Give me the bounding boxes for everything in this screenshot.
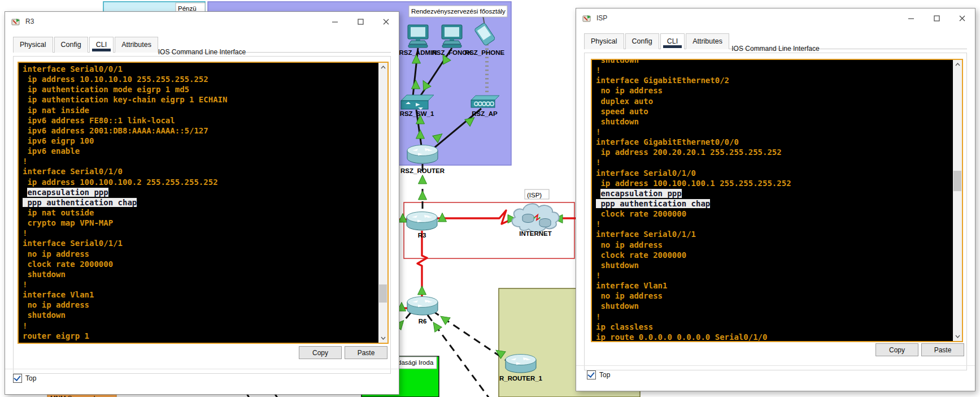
terminal-line: shutdown — [596, 301, 953, 311]
terminal-line: encapsulation ppp — [23, 187, 378, 197]
device-label-internet: INTERNET — [519, 230, 552, 237]
top-checkbox[interactable]: Top — [587, 370, 610, 379]
terminal-line: ppp authentication chap — [596, 198, 953, 209]
device-rsz_router-router-icon[interactable] — [407, 145, 438, 164]
terminal-line: ip address 100.100.100.1 255.255.255.252 — [596, 178, 953, 188]
terminal-line: ip authentication key-chain eigrp 1 ECHA… — [23, 94, 378, 105]
scroll-up-icon[interactable] — [953, 60, 962, 69]
terminal-line: encapsulation ppp — [596, 188, 953, 198]
copy-button[interactable]: Copy — [876, 343, 918, 356]
device-label-rsz_router: RSZ_ROUTER — [400, 167, 445, 174]
terminal-line: interface Serial0/1/1 — [596, 229, 953, 239]
device-label-r_router_1: R_ROUTER_1 — [499, 375, 543, 382]
terminal-line: ip address 10.10.10.10 255.255.255.252 — [23, 74, 378, 84]
terminal-line: ! — [23, 228, 378, 238]
isp-terminal-scrollbar[interactable] — [953, 60, 962, 341]
terminal-line: ip route 0.0.0.0 0.0.0.0 Serial0/1/0 — [596, 332, 953, 341]
terminal-line: interface Serial0/1/0 — [23, 166, 378, 176]
device-label-r3: R3 — [418, 232, 426, 239]
terminal-line: shutdown — [23, 269, 378, 279]
isp-terminal-output[interactable]: shutdown!interface GigabitEthernet0/2 no… — [592, 60, 953, 341]
selected-terminal-text: encapsulation ppp — [27, 188, 108, 197]
terminal-line: ! — [23, 156, 378, 166]
terminal-line: crypto map VPN-MAP — [23, 218, 378, 228]
terminal-line: ip classless — [596, 322, 953, 332]
scroll-up-icon[interactable] — [378, 63, 387, 72]
r3-terminal-output[interactable]: interface Serial0/0/1 ip address 10.10.1… — [19, 63, 378, 343]
device-r3-router-icon[interactable] — [407, 212, 437, 231]
device-label-rsz_phone: RSZ_PHONE — [465, 49, 505, 56]
terminal-line: ! — [596, 127, 953, 137]
paste-button[interactable]: Paste — [345, 346, 387, 359]
selected-terminal-text: encapsulation ppp — [600, 189, 681, 198]
terminal-line: no ip address — [596, 240, 953, 250]
terminal-line: interface Vlan1 — [596, 281, 953, 291]
terminal-line: ! — [596, 312, 953, 322]
terminal-line: ip address 100.100.100.2 255.255.255.252 — [23, 177, 378, 187]
terminal-line: no ip address — [596, 291, 953, 301]
terminal-line: router eigrp 1 — [23, 331, 378, 341]
r3-terminal[interactable]: interface Serial0/0/1 ip address 10.10.1… — [18, 62, 389, 344]
isp-terminal[interactable]: shutdown!interface GigabitEthernet0/2 no… — [591, 59, 963, 342]
terminal-line: shutdown — [596, 116, 953, 127]
checkbox-checked-icon[interactable] — [13, 374, 22, 383]
isp-titlebar[interactable]: ISP — [576, 8, 975, 28]
packet-tracer-app-icon — [582, 14, 592, 23]
device-label-r6: R6 — [419, 318, 427, 325]
terminal-line: shutdown — [596, 260, 953, 270]
maximize-icon[interactable] — [348, 12, 373, 31]
terminal-line: clock rate 2000000 — [596, 250, 953, 260]
terminal-line: clock rate 2000000 — [23, 259, 378, 269]
minimize-icon[interactable] — [899, 8, 924, 28]
packet-tracer-app-icon — [11, 18, 21, 26]
terminal-line: ! — [596, 65, 953, 75]
terminal-line: shutdown — [596, 60, 953, 65]
device-label-rsz_sw_1: RSZ_SW_1 — [400, 110, 434, 117]
r3-titlebar[interactable]: R3 — [5, 12, 399, 31]
r3-cli-window: R3 Physical Config CLI Attributes IOS Co… — [5, 11, 399, 395]
device-r_router_1-router-icon[interactable] — [506, 355, 536, 373]
device-rsz_ap-ap-icon[interactable] — [471, 96, 499, 107]
device-label-rsz_ap: RSZ_AP — [472, 110, 498, 117]
window-title: R3 — [25, 18, 34, 25]
window-title: ISP — [596, 14, 607, 22]
device-r6-router-icon[interactable] — [407, 297, 438, 316]
scroll-down-icon[interactable] — [378, 334, 387, 343]
terminal-line: ppp authentication chap — [23, 197, 378, 208]
penzugyi-area-label: Pénzü — [178, 5, 197, 12]
scroll-down-icon[interactable] — [953, 332, 962, 341]
scroll-thumb[interactable] — [953, 171, 961, 191]
ios-cli-header: IOS Command Line Interface — [576, 45, 975, 53]
r3-terminal-scrollbar[interactable] — [378, 63, 387, 343]
device-rsz_admin-pc-icon[interactable] — [408, 25, 428, 48]
paste-button[interactable]: Paste — [921, 343, 964, 356]
top-checkbox[interactable]: Top — [13, 374, 36, 383]
top-checkbox-label: Top — [25, 374, 36, 382]
ios-cli-header: IOS Command Line Interface — [5, 48, 399, 56]
terminal-line: clock rate 2000000 — [596, 209, 953, 219]
scroll-thumb[interactable] — [379, 284, 387, 303]
checkbox-checked-icon[interactable] — [587, 370, 596, 379]
terminal-line: ipv6 eigrp 100 — [23, 136, 378, 146]
terminal-line: interface Serial0/1/1 — [23, 238, 378, 248]
terminal-line: ipv6 address FE80::1 link-local — [23, 115, 378, 126]
terminal-line: interface GigabitEthernet0/2 — [596, 75, 953, 85]
rendezveny-area-label: Rendezvényszervezési főosztály — [411, 8, 506, 15]
close-icon[interactable] — [373, 12, 399, 31]
terminal-line: interface Serial0/0/1 — [23, 64, 378, 74]
copy-button[interactable]: Copy — [299, 346, 342, 359]
terminal-line: speed auto — [596, 106, 953, 116]
gazdasagi-area-label: dasági Iroda — [398, 359, 434, 366]
isp-cli-window: ISP Physical Config CLI Attributes IOS C… — [576, 8, 975, 391]
terminal-line: ip nat outside — [23, 208, 378, 218]
terminal-line: interface Serial0/1/0 — [596, 168, 953, 178]
terminal-line: ! — [23, 321, 378, 331]
terminal-line: ! — [596, 157, 953, 167]
minimize-icon[interactable] — [323, 12, 348, 31]
close-icon[interactable] — [949, 8, 975, 28]
terminal-line: ipv6 address 2001:DB8:AAAA:AAAA::5/127 — [23, 126, 378, 136]
device-label-rsz_admin: RSZ_ADMIN — [399, 49, 437, 56]
maximize-icon[interactable] — [924, 8, 949, 28]
selected-terminal-text: ppp authentication chap — [596, 199, 710, 208]
device-rsz_fonok-pc-icon[interactable] — [442, 25, 462, 48]
